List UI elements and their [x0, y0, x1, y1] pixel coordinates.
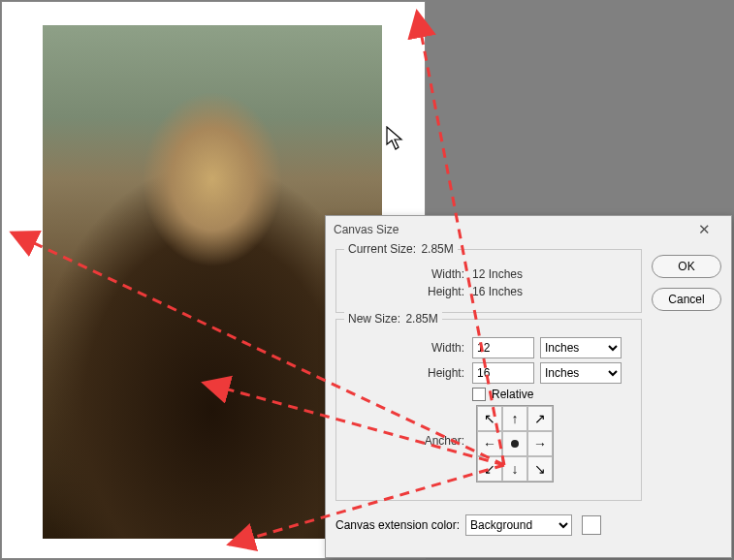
new-size-group: New Size: 2.85M Width: Inches Height: In… [335, 319, 642, 501]
dialog-title: Canvas Size [334, 216, 399, 243]
anchor-ne[interactable]: ↗ [527, 406, 553, 431]
mouse-cursor-icon [386, 126, 405, 151]
extension-color-select[interactable]: Background [465, 514, 572, 536]
extension-color-swatch[interactable] [582, 515, 601, 535]
anchor-label: Anchor: [346, 405, 472, 448]
ok-button[interactable]: OK [652, 255, 721, 278]
anchor-n[interactable]: ↑ [502, 406, 527, 431]
extension-color-label: Canvas extension color: [335, 518, 460, 532]
current-height-label: Height: [346, 285, 472, 298]
new-height-label: Height: [346, 366, 472, 380]
canvas-size-dialog: Canvas Size ✕ OK Cancel Current Size: 2.… [325, 215, 732, 558]
new-width-label: Width: [346, 341, 472, 355]
anchor-sw[interactable]: ↙ [477, 456, 502, 482]
current-size-label: Current Size: 2.85M [344, 242, 458, 256]
cancel-button[interactable]: Cancel [652, 288, 721, 311]
relative-checkbox[interactable] [472, 388, 486, 401]
new-width-input[interactable] [472, 337, 534, 358]
anchor-nw[interactable]: ↖ [477, 406, 502, 431]
anchor-se[interactable]: ↘ [527, 456, 553, 482]
current-height-value: 16 Inches [472, 285, 523, 298]
anchor-center[interactable] [502, 431, 527, 456]
anchor-grid: ↖ ↑ ↗ ← → ↙ ↓ ↘ [476, 405, 554, 482]
new-height-units-select[interactable]: Inches [540, 362, 622, 384]
current-width-value: 12 Inches [472, 267, 523, 281]
new-size-label: New Size: 2.85M [344, 312, 442, 326]
anchor-w[interactable]: ← [477, 431, 502, 456]
anchor-e[interactable]: → [527, 431, 553, 456]
anchor-s[interactable]: ↓ [502, 456, 527, 482]
new-height-input[interactable] [472, 362, 534, 384]
relative-label: Relative [492, 388, 533, 401]
current-size-group: Current Size: 2.85M Width: 12 Inches Hei… [335, 249, 642, 313]
close-icon[interactable]: ✕ [685, 216, 723, 243]
new-width-units-select[interactable]: Inches [540, 337, 622, 358]
current-width-label: Width: [346, 267, 472, 281]
dialog-titlebar[interactable]: Canvas Size ✕ [326, 216, 731, 243]
